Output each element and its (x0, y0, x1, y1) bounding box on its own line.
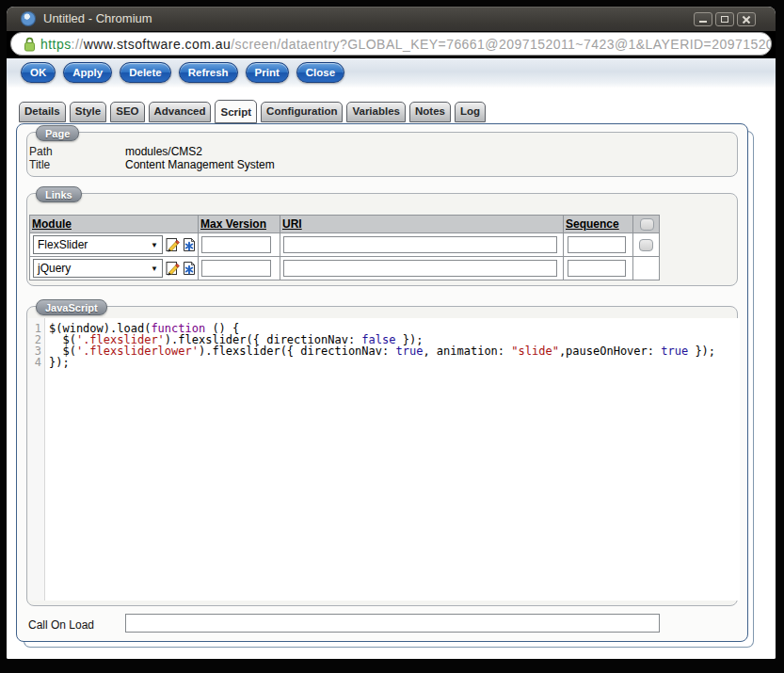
module-select[interactable]: jQuery▼ (33, 259, 163, 278)
delete-button[interactable]: Delete (120, 62, 171, 83)
refresh-button[interactable]: Refresh (179, 62, 238, 83)
module-select[interactable]: FlexSlider▼ (33, 235, 163, 254)
code-area: $(window).load(function () { $('.flexsli… (45, 318, 715, 601)
chromium-icon (21, 11, 36, 26)
line-number: 4 (28, 357, 41, 368)
action-toolbar: OKApplyDeleteRefreshPrintClose (7, 58, 776, 88)
apply-button[interactable]: Apply (63, 62, 112, 83)
column-header-sequence[interactable]: Sequence (566, 217, 619, 231)
page-fieldset: Page Pathmodules/CMS2TitleContent Manage… (26, 132, 738, 177)
column-header-module[interactable]: Module (32, 217, 72, 231)
lock-icon (24, 37, 36, 52)
url-scheme: https (40, 37, 72, 52)
tab-bar: DetailsStyleSEOAdvancedScriptConfigurati… (19, 100, 489, 122)
field-label: Path (29, 145, 125, 158)
new-icon[interactable] (182, 237, 197, 252)
call-on-load-label: Call On Load (28, 618, 94, 632)
sequence-input[interactable] (568, 236, 626, 253)
code-editor[interactable]: 1234 $(window).load(function () { $('.fl… (28, 318, 740, 601)
select-all-checkbox[interactable] (640, 218, 654, 231)
page-content: DetailsStyleSEOAdvancedScriptConfigurati… (7, 88, 776, 659)
tab-advanced[interactable]: Advanced (149, 102, 212, 122)
url-domain: www.stsoftware.com.au (84, 37, 232, 52)
tab-log[interactable]: Log (455, 102, 486, 122)
module-select-value: FlexSlider (38, 238, 88, 251)
links-fieldset: Links ModuleMax VersionURISequenceFlexSl… (26, 193, 738, 286)
browser-toolbar: https://www.stsoftware.com.au/screen/dat… (7, 31, 776, 58)
uri-input[interactable] (283, 260, 557, 277)
max-version-input[interactable] (201, 236, 271, 253)
window-controls (694, 12, 756, 26)
url-separator: :// (72, 37, 84, 52)
tab-variables[interactable]: Variables (346, 102, 406, 122)
close-button[interactable] (737, 12, 756, 26)
select-arrow-icon: ▼ (151, 241, 158, 249)
select-arrow-icon: ▼ (151, 264, 158, 273)
links-row: jQuery▼ (30, 257, 660, 280)
edit-icon[interactable] (165, 237, 180, 252)
url-path: /screen/dataentry?GLOBAL_KEY=76661@20971… (231, 37, 772, 52)
browser-window: Untitled - Chromium https://www.stsoftwa… (7, 7, 776, 659)
column-header-uri[interactable]: URI (282, 217, 302, 231)
javascript-fieldset: JavaScript 1234 $(window).load(function … (26, 306, 738, 606)
module-select-value: jQuery (38, 262, 71, 275)
tab-panel: Page Pathmodules/CMS2TitleContent Manage… (16, 123, 748, 642)
uri-input[interactable] (283, 236, 557, 253)
address-bar[interactable]: https://www.stsoftware.com.au/screen/dat… (10, 32, 772, 56)
tab-script[interactable]: Script (215, 100, 257, 123)
tab-style[interactable]: Style (70, 102, 107, 122)
links-row: FlexSlider▼ (30, 233, 660, 257)
page-field-row: Pathmodules/CMS2 (29, 145, 737, 158)
line-number-gutter: 1234 (28, 318, 45, 601)
javascript-legend: JavaScript (36, 299, 107, 315)
code-line: $('.flexsliderlower').flexslider({ direc… (49, 345, 715, 357)
maximize-button[interactable] (715, 12, 734, 26)
code-line: }); (49, 357, 715, 368)
ok-button[interactable]: OK (21, 62, 56, 83)
links-table: ModuleMax VersionURISequenceFlexSlider▼j… (29, 215, 660, 280)
page-legend: Page (36, 125, 79, 141)
window-title: Untitled - Chromium (43, 7, 152, 31)
tab-seo[interactable]: SEO (110, 102, 144, 122)
tab-configuration[interactable]: Configuration (261, 102, 343, 122)
edit-icon[interactable] (165, 261, 180, 276)
row-checkbox[interactable] (639, 239, 653, 251)
call-on-load-input[interactable] (125, 614, 660, 633)
links-legend: Links (36, 186, 82, 202)
sequence-input[interactable] (568, 260, 626, 277)
minimize-button[interactable] (694, 12, 712, 26)
field-value: modules/CMS2 (125, 145, 202, 158)
print-button[interactable]: Print (246, 62, 289, 83)
page-fields: Pathmodules/CMS2TitleContent Management … (27, 133, 737, 171)
max-version-input[interactable] (201, 260, 271, 277)
column-header-max-version[interactable]: Max Version (200, 217, 266, 231)
page-field-row: TitleContent Management System (29, 158, 737, 171)
tab-details[interactable]: Details (19, 102, 66, 122)
close-button[interactable]: Close (296, 62, 344, 83)
field-value: Content Management System (125, 158, 275, 171)
field-label: Title (29, 158, 125, 171)
new-icon[interactable] (182, 261, 197, 276)
window-titlebar[interactable]: Untitled - Chromium (7, 7, 776, 31)
tab-notes[interactable]: Notes (409, 102, 451, 122)
